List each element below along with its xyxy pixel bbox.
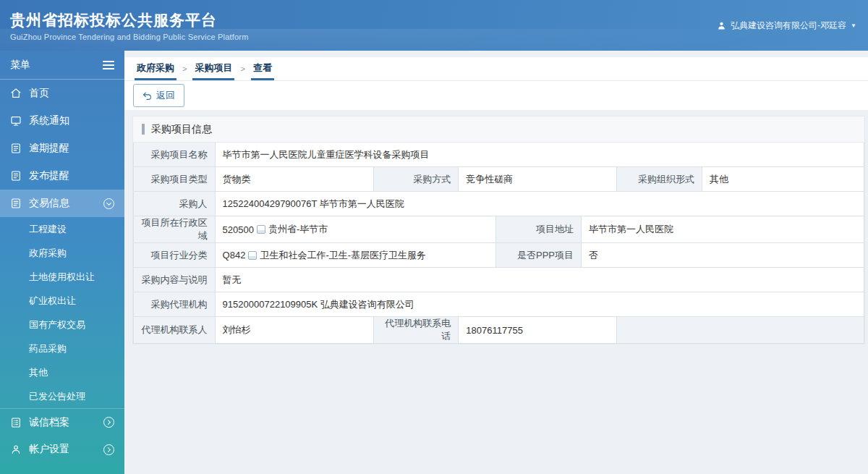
title-accent-bar [142,124,145,135]
breadcrumb-view[interactable]: 查看 [251,56,274,80]
agency-phone-value: 18076117755 [459,317,617,344]
list-icon [10,417,22,428]
document-icon [10,170,22,182]
subitem-label: 药品采购 [29,342,67,355]
project-info-table: 采购项目名称 毕节市第一人民医院儿童重症医学科设备采购项目 采购项目类型 货物类… [133,143,864,344]
back-button[interactable]: 返回 [133,84,184,107]
breadcrumb-separator: > [176,64,192,80]
table-row: 采购项目名称 毕节市第一人民医院儿童重症医学科设备采购项目 [134,143,864,167]
sidebar-item-publish-reminders[interactable]: 发布提醒 [0,162,124,190]
project-address-label: 项目地址 [496,216,582,243]
app-window: 贵州省招标投标公共服务平台 GuiZhou Province Tendering… [0,0,868,474]
ppp-value: 否 [582,243,864,268]
region-value: 520500 贵州省-毕节市 [216,216,497,243]
industry-value: Q842 卫生和社会工作-卫生-基层医疗卫生服务 [216,243,497,268]
sidebar-subitem-government-procurement[interactable]: 政府采购 [0,241,124,265]
industry-label: 项目行业分类 [134,243,216,268]
sidebar-item-home[interactable]: 首页 [0,80,124,107]
industry-picker-icon [248,251,257,260]
main-content: 政府采购 > 采购项目 > 查看 返回 采购项目信息 采购项目名称 毕节市第一人… [124,51,868,474]
ppp-label: 是否PPP项目 [496,243,582,268]
procurement-method-label: 采购方式 [374,167,459,192]
agency-value: 91520000722109905K 弘典建设咨询有限公司 [216,292,864,317]
region-label: 项目所在行政区域 [134,216,216,243]
sidebar-item-system-notifications[interactable]: 系统通知 [0,107,124,135]
subitem-label: 工程建设 [29,223,67,236]
subitem-label: 其他 [29,366,48,379]
subitem-label: 已发公告处理 [29,390,85,403]
subitem-label: 土地使用权出让 [29,271,95,284]
procurement-method-value: 竞争性磋商 [459,167,617,192]
project-name-value: 毕节市第一人民医院儿童重症医学科设备采购项目 [216,143,864,167]
sidebar-subitem-mining-rights[interactable]: 矿业权出让 [0,289,124,313]
user-icon [717,21,726,30]
breadcrumb-government-procurement[interactable]: 政府采购 [135,56,176,80]
chevron-right-circle-icon [103,417,114,428]
region-code: 520500 [223,224,254,235]
empty-cell [617,317,864,344]
breadcrumb-procurement-project[interactable]: 采购项目 [192,56,234,80]
app-header: 贵州省招标投标公共服务平台 GuiZhou Province Tendering… [0,0,868,51]
subitem-label: 政府采购 [29,247,67,260]
sidebar-item-label: 发布提醒 [29,169,69,182]
transaction-submenu: 工程建设 政府采购 土地使用权出让 矿业权出让 国有产权交易 药品采购 其他 已… [0,217,124,408]
agency-contact-label: 代理机构联系人 [134,317,216,344]
brand: 贵州省招标投标公共服务平台 GuiZhou Province Tendering… [10,10,249,41]
hamburger-icon[interactable] [103,59,114,72]
user-menu[interactable]: 弘典建设咨询有限公司-邓廷容 ▼ [717,20,856,32]
region-name: 贵州省-毕节市 [268,223,328,236]
user-label: 弘典建设咨询有限公司-邓廷容 [731,20,846,32]
panel-title-text: 采购项目信息 [151,123,212,136]
industry-code: Q842 [223,250,246,261]
sidebar-item-overdue-reminders[interactable]: 逾期提醒 [0,135,124,162]
sidebar-subitem-state-owned-property[interactable]: 国有产权交易 [0,313,124,337]
project-type-label: 采购项目类型 [134,167,216,192]
menu-title: 菜单 [10,59,30,72]
table-row: 采购人 12522400429790076T 毕节市第一人民医院 [134,192,864,216]
sidebar-subitem-published-announcements[interactable]: 已发公告处理 [0,384,124,408]
chevron-right-circle-icon [103,444,114,455]
toolbar: 返回 [124,81,868,110]
sidebar: 菜单 首页 系统通知 逾期提醒 发布提醒 交易信息 工程建设 政府采购 土 [0,51,124,474]
project-info-panel: 采购项目信息 采购项目名称 毕节市第一人民医院儿童重症医学科设备采购项目 采购项… [132,116,865,344]
breadcrumb-separator: > [234,64,250,80]
sidebar-menu-header: 菜单 [0,51,124,80]
breadcrumb: 政府采购 > 采购项目 > 查看 [124,57,868,81]
table-row: 项目行业分类 Q842 卫生和社会工作-卫生-基层医疗卫生服务 是否PPP项目 … [134,243,864,268]
agency-label: 采购代理机构 [134,292,216,317]
sidebar-subitem-engineering-construction[interactable]: 工程建设 [0,217,124,241]
table-row: 采购代理机构 91520000722109905K 弘典建设咨询有限公司 [134,292,864,317]
project-type-value: 货物类 [216,167,374,192]
sidebar-item-label: 帐户设置 [29,443,69,456]
sidebar-subitem-land-use-rights[interactable]: 土地使用权出让 [0,265,124,289]
sidebar-item-transaction-info[interactable]: 交易信息 [0,190,124,217]
person-icon [10,444,22,455]
app-title: 贵州省招标投标公共服务平台 [10,10,249,30]
purchaser-value: 12522400429790076T 毕节市第一人民医院 [216,192,864,216]
sidebar-subitem-drug-procurement[interactable]: 药品采购 [0,337,124,360]
project-name-label: 采购项目名称 [134,143,216,167]
sidebar-item-label: 系统通知 [29,114,69,127]
back-arrow-icon [142,91,152,101]
sidebar-item-label: 交易信息 [29,197,69,210]
agency-phone-label: 代理机构联系电话 [374,317,459,344]
content-description-label: 采购内容与说明 [134,268,216,292]
document-icon [10,198,22,209]
table-row: 采购内容与说明 暂无 [134,268,864,292]
agency-contact-value: 刘怡杉 [216,317,374,344]
sidebar-item-label: 首页 [29,87,49,100]
sidebar-item-label: 诚信档案 [29,416,69,429]
chevron-down-circle-icon [103,198,114,209]
organization-form-value: 其他 [702,167,864,192]
sidebar-item-credit-archive[interactable]: 诚信档案 [0,408,124,436]
organization-form-label: 采购组织形式 [617,167,702,192]
sidebar-item-label: 逾期提醒 [29,142,69,155]
home-icon [10,88,22,99]
sidebar-subitem-other[interactable]: 其他 [0,360,124,384]
table-row: 采购项目类型 货物类 采购方式 竞争性磋商 采购组织形式 其他 [134,167,864,192]
purchaser-label: 采购人 [134,192,216,216]
chevron-down-icon: ▼ [851,22,856,29]
sidebar-item-account-settings[interactable]: 帐户设置 [0,436,124,463]
project-address-value: 毕节市第一人民医院 [582,216,864,243]
table-row: 代理机构联系人 刘怡杉 代理机构联系电话 18076117755 [134,317,864,344]
